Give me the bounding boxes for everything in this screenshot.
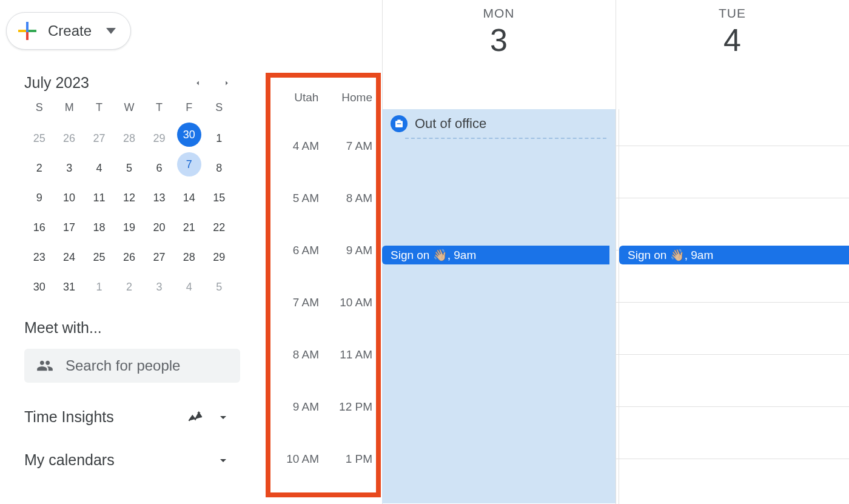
mini-day[interactable]: 15 <box>204 188 234 208</box>
out-of-office-block[interactable] <box>382 109 616 503</box>
mini-day[interactable]: 2 <box>114 277 144 297</box>
day-num-0: 3 <box>382 22 616 58</box>
mini-calendar-next-button[interactable] <box>220 76 234 90</box>
mini-day[interactable]: 8 <box>204 158 234 178</box>
people-icon <box>36 357 53 374</box>
mini-day[interactable]: 14 <box>174 188 204 208</box>
mini-day[interactable]: 17 <box>54 218 84 238</box>
mini-day[interactable]: 24 <box>54 247 84 267</box>
mini-day[interactable]: 7 <box>177 152 201 176</box>
mini-day[interactable]: 5 <box>204 277 234 297</box>
mini-day[interactable]: 5 <box>114 158 144 178</box>
mini-day[interactable]: 30 <box>177 123 201 147</box>
svg-rect-3 <box>397 123 401 124</box>
mini-day[interactable]: 1 <box>84 277 114 297</box>
mini-day[interactable]: 13 <box>144 188 174 208</box>
mini-day[interactable]: 6 <box>144 158 174 178</box>
svg-rect-2 <box>397 119 400 121</box>
sidebar: Create July 2023 SMTWTFS2526272829301234… <box>0 0 255 504</box>
mini-day[interactable]: 3 <box>54 158 84 178</box>
mini-day[interactable]: 4 <box>174 277 204 297</box>
mini-calendar-prev-button[interactable] <box>190 76 205 90</box>
search-people-input[interactable]: Search for people <box>24 349 240 383</box>
mini-day[interactable]: 31 <box>54 277 84 297</box>
out-of-office-title: Out of office <box>415 116 486 132</box>
caret-down-icon <box>106 28 116 34</box>
mini-dow: M <box>54 101 84 119</box>
mini-day[interactable]: 2 <box>24 158 54 178</box>
mini-day[interactable]: 22 <box>204 218 234 238</box>
mini-dow: T <box>84 101 114 119</box>
mini-day[interactable]: 11 <box>84 188 114 208</box>
mini-dow: T <box>144 101 174 119</box>
mini-day[interactable]: 10 <box>54 188 84 208</box>
mini-day[interactable]: 12 <box>114 188 144 208</box>
svg-rect-0 <box>26 30 29 32</box>
mini-day[interactable]: 27 <box>84 129 114 149</box>
mini-calendar: July 2023 SMTWTFS25262728293012345678910… <box>6 74 240 297</box>
create-button[interactable]: Create <box>6 12 131 50</box>
mini-day[interactable]: 18 <box>84 218 114 238</box>
mini-day[interactable]: 21 <box>174 218 204 238</box>
mini-day[interactable]: 26 <box>114 247 144 267</box>
search-people-placeholder: Search for people <box>65 357 180 374</box>
my-calendars-title: My calendars <box>24 451 115 469</box>
day-dow-0: MON <box>382 6 616 21</box>
mini-day[interactable]: 4 <box>84 158 114 178</box>
time-insights-title: Time Insights <box>24 408 114 426</box>
meet-with-title: Meet with... <box>24 319 240 337</box>
mini-day[interactable]: 25 <box>24 129 54 149</box>
mini-day[interactable]: 29 <box>144 129 174 149</box>
mini-day[interactable]: 19 <box>114 218 144 238</box>
mini-day[interactable]: 28 <box>114 129 144 149</box>
chevron-down-icon <box>216 453 230 468</box>
time-insights-section[interactable]: Time Insights <box>6 408 240 426</box>
day-columns[interactable]: MON 3 TUE 4 Out of office Sign on 👋🏼, 9a… <box>382 0 849 504</box>
day-header-tue[interactable]: TUE 4 <box>616 6 849 58</box>
mini-day[interactable]: 25 <box>84 247 114 267</box>
mini-calendar-title: July 2023 <box>24 74 89 92</box>
day-num-1: 4 <box>616 22 849 58</box>
mini-dow: W <box>114 101 144 119</box>
mini-dow: S <box>204 101 234 119</box>
mini-day[interactable]: 16 <box>24 218 54 238</box>
mini-day[interactable]: 9 <box>24 188 54 208</box>
mini-day[interactable]: 3 <box>144 277 174 297</box>
day-dow-1: TUE <box>616 6 849 21</box>
create-button-label: Create <box>48 22 92 39</box>
out-of-office-header[interactable]: Out of office <box>382 109 606 138</box>
mini-day[interactable]: 23 <box>24 247 54 267</box>
mini-day[interactable]: 28 <box>174 247 204 267</box>
my-calendars-section[interactable]: My calendars <box>6 451 240 469</box>
mini-day[interactable]: 1 <box>204 129 234 149</box>
mini-day[interactable]: 27 <box>144 247 174 267</box>
mini-day[interactable]: 29 <box>204 247 234 267</box>
day-header-mon[interactable]: MON 3 <box>382 6 616 58</box>
event-sign-on-tue[interactable]: Sign on 👋🏼, 9am <box>619 246 849 264</box>
calendar-main: Utah Home 4 AM7 AM5 AM8 AM6 AM9 AM7 AM10… <box>255 0 849 504</box>
briefcase-icon <box>391 115 408 132</box>
annotation-highlight-box <box>266 73 381 497</box>
insights-chart-icon <box>187 409 204 426</box>
mini-day[interactable]: 26 <box>54 129 84 149</box>
mini-dow: S <box>24 101 54 119</box>
chevron-down-icon <box>216 410 230 425</box>
plus-icon <box>16 20 38 42</box>
mini-day[interactable]: 30 <box>24 277 54 297</box>
mini-dow: F <box>174 101 204 119</box>
mini-day[interactable]: 20 <box>144 218 174 238</box>
event-sign-on-mon[interactable]: Sign on 👋🏼, 9am <box>382 246 609 264</box>
